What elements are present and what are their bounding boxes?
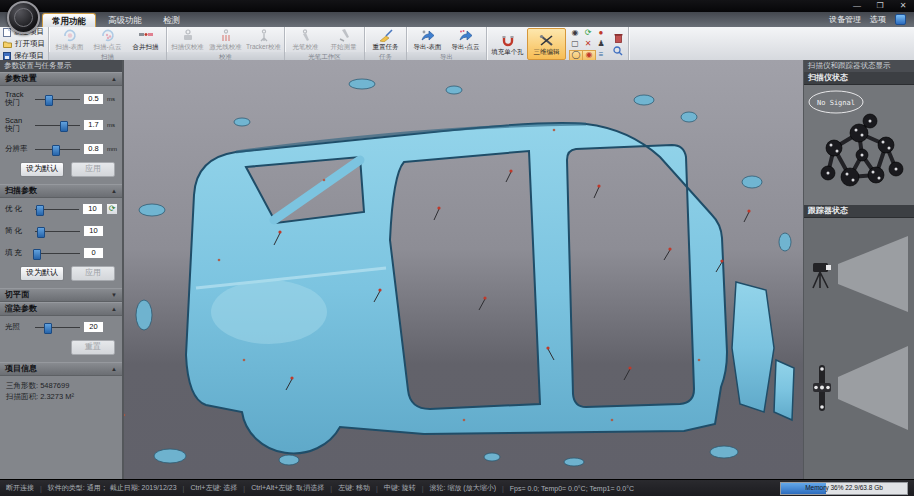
menu-device-manager[interactable]: 设备管理 (829, 14, 861, 25)
refresh-icon[interactable]: ⟳ (582, 28, 594, 38)
set-default-button[interactable]: 设为默认 (20, 162, 64, 177)
fill-single-hole-button[interactable]: 填充单个孔 (489, 28, 526, 60)
simplify-value[interactable]: 10 (83, 225, 104, 237)
export-surface-button[interactable]: 导出-表面 (409, 28, 446, 51)
app-logo-icon[interactable] (7, 1, 40, 34)
scanner-calibration-button[interactable]: 扫描仪校准 (169, 28, 206, 51)
ribbon-group-edit: 填充单个孔 三维编辑 ◉ ⟳ ● ▢ ✕ ♟ ◯ ◉ ≡ (487, 27, 629, 60)
slider-handle[interactable] (33, 249, 41, 260)
collapse-icon: ▲ (111, 303, 117, 315)
slider-handle[interactable] (60, 121, 68, 132)
right-panel-header: 扫描仪和跟踪器状态显示 (804, 60, 914, 72)
apply-button[interactable]: 应用 (71, 162, 115, 177)
section-header-project-info[interactable]: 项目信息▲ (0, 362, 122, 376)
set-default-button[interactable]: 设为默认 (20, 266, 64, 281)
section-header-parameter-settings[interactable]: 参数设置▲ (0, 72, 122, 86)
edit-tools-grid: ◉ ⟳ ● ▢ ✕ ♟ ◯ ◉ ≡ (567, 28, 609, 60)
menu-options[interactable]: 选项 (870, 14, 886, 25)
export-pointcloud-icon (458, 29, 474, 42)
ribbon-group-probe-workspace: 光笔校准 开始测量 光笔工作区 (285, 27, 365, 60)
scan-shutter-value[interactable]: 1.7 (83, 119, 104, 131)
fender-fragment (732, 282, 794, 420)
slider-row-optimize: 优 化 10 ⟳ (0, 198, 122, 220)
visibility-icon[interactable]: ◉ (569, 28, 581, 38)
collapse-icon: ▲ (111, 73, 117, 85)
slider-handle[interactable] (52, 145, 60, 156)
probe-pen-icon (299, 29, 313, 42)
slider-handle[interactable] (36, 205, 44, 216)
reset-button[interactable]: 重置 (71, 340, 115, 355)
tab-common-functions[interactable]: 常用功能 (42, 13, 96, 27)
export-surface-icon (420, 29, 436, 42)
tracker-calibration-button[interactable]: Tracker校准 (245, 28, 282, 51)
slider-row-track-shutter: Track 快门 0.5 ms (0, 86, 122, 112)
scan-pointcloud-icon (100, 29, 116, 42)
section-header-scan-parameters[interactable]: 扫描参数▲ (0, 184, 122, 198)
laser-calibration-button[interactable]: 激光线校准 (207, 28, 244, 51)
slider-handle[interactable] (37, 227, 45, 238)
track-shutter-value[interactable]: 0.5 (83, 93, 104, 105)
hint-select: Ctrl+左键: 选择 (190, 483, 237, 493)
zoom-select-icon[interactable] (613, 46, 623, 56)
resolution-slider[interactable] (35, 144, 80, 155)
export-pointcloud-button[interactable]: 导出-点云 (447, 28, 484, 51)
lighting-value[interactable]: 20 (83, 321, 104, 333)
lighting-slider[interactable] (35, 322, 80, 333)
trash-icon[interactable] (614, 33, 623, 43)
magnet-icon (500, 34, 516, 47)
slider-row-simplify: 简 化 10 (0, 220, 122, 242)
help-icon[interactable] (895, 14, 906, 25)
quarter-window-brace (274, 160, 360, 220)
ribbon-group-export: 导出-表面 导出-点云 导出 (407, 27, 487, 60)
rect-select-icon[interactable]: ▢ (569, 39, 581, 49)
ribbon-empty-space (629, 27, 914, 60)
list-select-icon[interactable]: ≡ (595, 50, 607, 60)
scan-shutter-slider[interactable] (35, 120, 80, 131)
optimize-value[interactable]: 10 (82, 203, 103, 215)
minimize-button[interactable]: — (852, 0, 862, 11)
memory-text: Memory 36% 22.9/63.8 Gb (781, 483, 907, 494)
fill-value[interactable]: 0 (83, 247, 104, 259)
close-button[interactable]: ✕ (898, 0, 908, 11)
fill-slider[interactable] (35, 248, 80, 259)
track-shutter-slider[interactable] (35, 94, 80, 105)
apply-button[interactable]: 应用 (71, 266, 115, 281)
scanner-status-header: 扫描仪状态 (804, 72, 914, 85)
record-icon[interactable]: ● (595, 28, 607, 38)
simplify-slider[interactable] (35, 226, 80, 237)
expand-icon: ▼ (111, 289, 117, 301)
tab-inspection[interactable]: 检测 (154, 13, 189, 27)
section-header-cut-plane[interactable]: 切平面▼ (0, 288, 122, 302)
status-panel: 扫描仪和跟踪器状态显示 扫描仪状态 No Signal (803, 60, 914, 480)
reset-task-button[interactable]: 重置任务 (367, 28, 404, 51)
hint-deselect: Ctrl+Alt+左键: 取消选择 (251, 483, 324, 493)
connection-status[interactable]: 断开连接 (6, 483, 34, 493)
3d-edit-button[interactable]: 三维编辑 (527, 28, 566, 60)
collapse-icon: ▲ (111, 363, 117, 375)
3d-viewport[interactable] (124, 60, 804, 480)
slider-handle[interactable] (44, 323, 52, 334)
ribbon-group-task: 重置任务 任务 (365, 27, 407, 60)
tab-advanced-functions[interactable]: 高级功能 (99, 13, 151, 27)
select-back-icon[interactable]: ♟ (595, 39, 607, 49)
maximize-button[interactable]: ❒ (875, 0, 885, 11)
refresh-optimize-icon[interactable]: ⟳ (106, 203, 118, 215)
tracker-camera-icon (809, 258, 835, 290)
probe-calibration-button[interactable]: 光笔校准 (287, 28, 324, 51)
optimize-slider[interactable] (35, 204, 79, 215)
merge-scan-button[interactable]: 合并扫描 (127, 28, 164, 51)
application-window: — ❒ ✕ 常用功能 高级功能 检测 设备管理 选项 新建项目 (0, 0, 914, 496)
scanner-device-graphic: No Signal (804, 85, 913, 205)
open-project-button[interactable]: 打开项目 (3, 39, 45, 49)
delete-selection-icon[interactable]: ✕ (582, 39, 594, 49)
start-measure-button[interactable]: 开始测量 (325, 28, 362, 51)
resolution-value[interactable]: 0.8 (83, 143, 104, 155)
body-highlight (211, 280, 327, 344)
slider-handle[interactable] (45, 95, 53, 106)
no-signal-text: No Signal (817, 99, 855, 107)
scan-pointcloud-button[interactable]: 扫描-点云 (89, 28, 126, 51)
scan-surface-button[interactable]: 扫描-表面 (51, 28, 88, 51)
hint-rotate: 中键: 旋转 (384, 483, 416, 493)
section-header-render-parameters[interactable]: 渲染参数▲ (0, 302, 122, 316)
slider-row-resolution: 分辨率 0.8 mm (0, 138, 122, 160)
